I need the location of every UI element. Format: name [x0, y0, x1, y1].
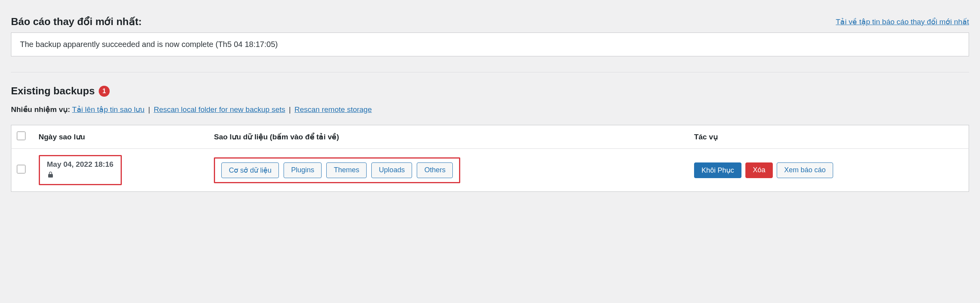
rescan-remote-link[interactable]: Rescan remote storage: [295, 105, 372, 114]
restore-button[interactable]: Khôi Phục: [694, 162, 741, 178]
header-actions: Tác vụ: [689, 125, 969, 149]
log-message-text: The backup apparently succeeded and is n…: [20, 40, 278, 49]
download-uploads-button[interactable]: Uploads: [371, 162, 412, 178]
header-date: Ngày sao lưu: [33, 125, 209, 149]
download-report-link[interactable]: Tải về tập tin báo cáo thay đổi mới nhất: [836, 17, 969, 26]
header-data: Sao lưu dữ liệu (bấm vào để tải về): [208, 125, 689, 149]
tasks-row: Nhiều nhiệm vụ: Tải lên tập tin sao lưu …: [11, 105, 969, 114]
backup-date: May 04, 2022 18:16: [47, 160, 114, 169]
view-log-button[interactable]: Xem báo cáo: [777, 162, 833, 178]
log-message-box: The backup apparently succeeded and is n…: [11, 32, 969, 56]
data-highlight-box: Cơ sở dữ liệu Plugins Themes Uploads Oth…: [214, 157, 460, 183]
upload-backup-link[interactable]: Tải lên tập tin sao lưu: [72, 105, 145, 114]
date-cell: May 04, 2022 18:16: [33, 149, 209, 192]
download-database-button[interactable]: Cơ sở dữ liệu: [221, 162, 279, 178]
download-themes-button[interactable]: Themes: [326, 162, 367, 178]
pipe-separator: |: [148, 105, 150, 114]
section-divider: [11, 72, 969, 72]
select-all-checkbox[interactable]: [17, 132, 25, 140]
row-checkbox[interactable]: [17, 165, 25, 173]
backup-count-badge: 1: [99, 86, 110, 97]
data-cell: Cơ sở dữ liệu Plugins Themes Uploads Oth…: [208, 149, 689, 192]
delete-button[interactable]: Xóa: [745, 162, 773, 178]
latest-report-heading: Báo cáo thay đổi mới nhất:: [11, 16, 142, 28]
pipe-separator: |: [289, 105, 291, 114]
row-checkbox-cell: [11, 149, 33, 192]
tasks-label: Nhiều nhiệm vụ:: [11, 105, 70, 114]
download-plugins-button[interactable]: Plugins: [284, 162, 322, 178]
table-row: May 04, 2022 18:16 Cơ sở dữ liệu Plugins…: [11, 149, 969, 192]
existing-backups-heading: Existing backups: [11, 85, 95, 97]
date-highlight-box: May 04, 2022 18:16: [39, 155, 122, 185]
actions-cell: Khôi Phục Xóa Xem báo cáo: [689, 149, 969, 192]
download-others-button[interactable]: Others: [417, 162, 453, 178]
header-checkbox-cell: [11, 125, 33, 149]
backups-table: Ngày sao lưu Sao lưu dữ liệu (bấm vào để…: [11, 125, 969, 192]
rescan-local-link[interactable]: Rescan local folder for new backup sets: [154, 105, 285, 114]
lock-icon: [47, 171, 54, 180]
